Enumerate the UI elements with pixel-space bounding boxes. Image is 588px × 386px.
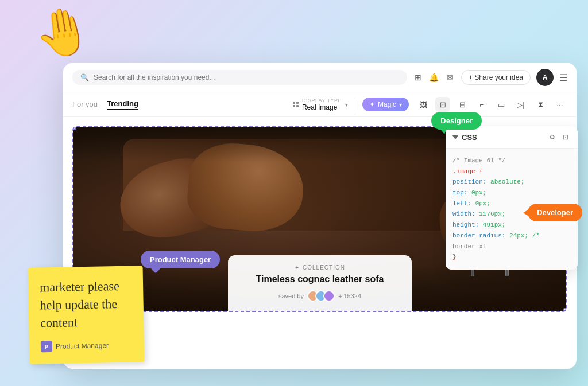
- hand-icon: 🤚: [30, 1, 96, 64]
- rect-tool[interactable]: ▭: [494, 97, 509, 112]
- css-closing: }: [452, 254, 457, 260]
- sticky-note-footer: P Product Manager: [41, 340, 133, 353]
- toolbar-tools: 🖼 ⊡ ⊟ ⌐ ▭ ▷| ⧗ ···: [416, 97, 567, 112]
- product-title: Timeless cognac leather sofa: [242, 274, 398, 284]
- more-tools[interactable]: ···: [552, 97, 567, 112]
- corner-tool[interactable]: ⌐: [474, 97, 489, 112]
- expand-icon[interactable]: ⊞: [413, 72, 423, 83]
- magic-button[interactable]: ✦ Magic ▾: [362, 98, 409, 111]
- collection-label: ✦ COLLECTION: [242, 264, 398, 271]
- timer-tool[interactable]: ⧗: [533, 97, 548, 112]
- send-icon[interactable]: ✉: [445, 72, 455, 83]
- sticky-pm-avatar: P: [41, 341, 52, 352]
- video-tool[interactable]: ▷|: [513, 97, 528, 112]
- css-line-4-val: 1176px;: [479, 210, 505, 217]
- tabs-left: For you Trending: [72, 99, 138, 110]
- display-type: DISPLAY TYPE Real Image ▾: [293, 98, 355, 111]
- toolbar-row: For you Trending DISPLAY TYPE Real Image…: [63, 92, 577, 117]
- css-line-3-prop: left:: [452, 200, 471, 207]
- notification-icon[interactable]: 🔔: [429, 72, 439, 83]
- display-type-value[interactable]: Real Image: [302, 103, 342, 111]
- designer-bubble: Designer: [431, 112, 482, 130]
- avatar[interactable]: A: [536, 69, 554, 86]
- saved-row: saved by + 15324: [242, 290, 398, 302]
- avatar-group: [307, 290, 335, 302]
- display-type-label: DISPLAY TYPE: [302, 98, 342, 103]
- search-input[interactable]: [94, 73, 399, 81]
- topbar-icons: ⊞ 🔔 ✉ + Share your idea A ☰: [413, 69, 567, 86]
- product-card: ✦ COLLECTION Timeless cognac leather sof…: [228, 255, 412, 311]
- css-line-4-prop: width:: [452, 210, 475, 217]
- share-button[interactable]: + Share your idea: [461, 70, 531, 85]
- collection-icon: ✦: [295, 264, 300, 271]
- css-selector: .image {: [452, 168, 483, 175]
- avatar-3: [323, 290, 335, 302]
- settings-icon[interactable]: ⚙: [547, 132, 557, 142]
- sticky-note: marketer please help update the content …: [28, 266, 145, 364]
- grid-tool[interactable]: ⊟: [455, 97, 470, 112]
- chevron-magic-icon: ▾: [399, 102, 402, 108]
- image-tool[interactable]: 🖼: [416, 97, 431, 112]
- browser-topbar: 🔍 ⊞ 🔔 ✉ + Share your idea A ☰: [63, 63, 577, 92]
- css-panel-title: CSS: [462, 133, 543, 142]
- tab-trending[interactable]: Trending: [107, 99, 138, 110]
- css-panel-icons: ⚙ ⊡: [547, 132, 571, 142]
- css-line-3-val: 0px;: [475, 200, 490, 207]
- css-line-2-val: 0px;: [471, 189, 486, 196]
- css-line-6-val: 24px; /*: [509, 232, 540, 239]
- handle-top-left[interactable]: [72, 126, 76, 130]
- css-line-1-prop: position:: [452, 178, 486, 185]
- menu-icon[interactable]: ☰: [559, 72, 567, 83]
- chevron-down-icon[interactable]: ▾: [345, 102, 348, 108]
- css-line-5-prop: height:: [452, 221, 479, 228]
- css-line-1-val: absolute;: [490, 178, 524, 185]
- sticky-pm-label: Product Manager: [56, 341, 109, 350]
- css-comment: /* Image 61 */: [452, 157, 505, 164]
- display-type-icon: [293, 102, 299, 107]
- magic-star-icon: ✦: [369, 100, 375, 108]
- css-line-2-prop: top:: [452, 189, 467, 196]
- search-bar[interactable]: 🔍: [72, 70, 407, 85]
- css-panel-triangle-icon: [452, 135, 458, 139]
- product-manager-bubble: Product Manager: [141, 251, 220, 268]
- sticky-note-text: marketer please help update the content: [40, 277, 133, 332]
- copy-icon[interactable]: ⊡: [560, 132, 571, 142]
- tab-for-you[interactable]: For you: [72, 100, 98, 110]
- css-line-7-prop: border-xl: [452, 243, 486, 250]
- css-panel: CSS ⚙ ⊡ /* Image 61 */ .image { position…: [446, 126, 578, 270]
- developer-bubble: Developer: [528, 204, 582, 221]
- search-icon: 🔍: [80, 73, 89, 81]
- css-line-5-val: 491px;: [483, 221, 506, 228]
- css-line-6-prop: border-radius:: [452, 232, 505, 239]
- crop-tool[interactable]: ⊡: [435, 97, 450, 112]
- handle-bottom-right[interactable]: [563, 308, 567, 312]
